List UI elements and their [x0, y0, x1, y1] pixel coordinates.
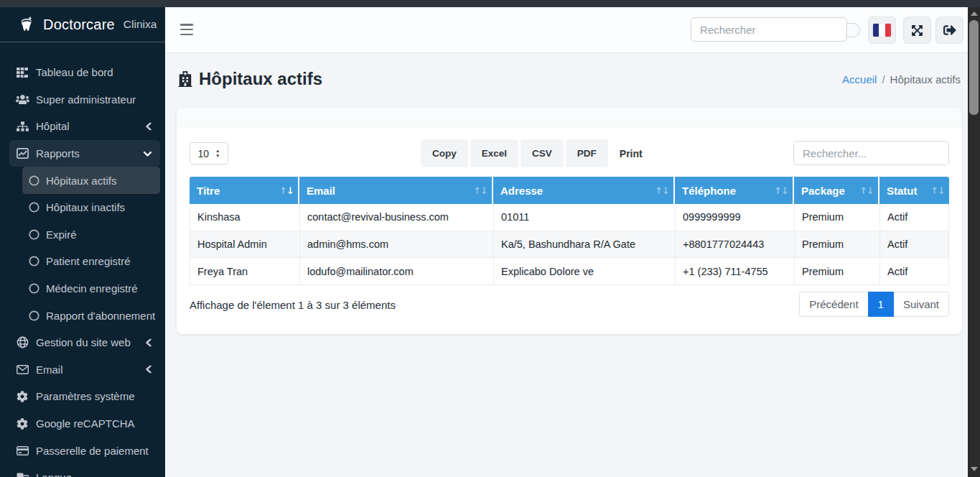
sidebar-item-label: Hôpital: [36, 120, 70, 132]
sidebar-item-label: Passerelle de paiement: [36, 445, 149, 457]
scrollbar-up-arrow[interactable]: [968, 9, 980, 19]
pagination-next[interactable]: Suivant: [894, 292, 949, 317]
sidebar-item-label: Rapport d'abonnement: [46, 310, 155, 322]
hospital-icon: [178, 71, 192, 87]
export-buttons: Copy Excel CSV PDF Print: [421, 139, 652, 167]
sidebar-item-subscription-report[interactable]: Rapport d'abonnement: [22, 302, 160, 329]
cell-package: Premium: [794, 231, 879, 259]
page-length-value: 10: [197, 148, 209, 159]
sidebar-item-payment-gateway[interactable]: Passerelle de paiement: [9, 437, 160, 464]
pagination: Précédent 1 Suivant: [799, 292, 949, 317]
page-header: Hôpitaux actifs Accueil/Hôpitaux actifs: [165, 52, 968, 89]
column-header-package[interactable]: Package↑↓: [794, 177, 879, 204]
sidebar-item-website-management[interactable]: Gestion du site web: [9, 329, 160, 356]
page-title: Hôpitaux actifs: [178, 69, 322, 89]
breadcrumb-home-link[interactable]: Accueil: [842, 73, 877, 85]
pdf-button[interactable]: PDF: [566, 139, 608, 167]
sidebar-item-dashboard[interactable]: Tableau de bord: [9, 59, 160, 86]
column-header-telephone[interactable]: Téléphone↑↓: [675, 177, 794, 204]
expand-arrows-icon: [911, 24, 923, 37]
circle-icon: [27, 256, 41, 267]
cell-adresse: Ka/5, Bashundhara R/A Gate: [493, 231, 675, 259]
table-info: Affichage de l'élement 1 à 3 sur 3 éléme…: [190, 299, 396, 311]
circle-icon: [27, 202, 41, 213]
sidebar-item-registered-patient[interactable]: Patient enregistré: [22, 248, 160, 275]
sidebar-item-label: Langue: [36, 471, 72, 477]
page-scrollbar[interactable]: [968, 7, 980, 477]
cell-adresse: Explicabo Dolore ve: [493, 258, 675, 285]
circle-icon: [27, 283, 41, 294]
circle-icon: [27, 229, 41, 240]
grid-icon: [15, 67, 29, 78]
cell-statut: Actif: [879, 258, 949, 285]
cell-statut: Actif: [879, 204, 949, 231]
breadcrumb: Accueil/Hôpitaux actifs: [842, 73, 961, 85]
main-content: Hôpitaux actifs Accueil/Hôpitaux actifs …: [165, 52, 968, 477]
column-header-adresse[interactable]: Adresse↑↓: [493, 177, 675, 204]
sidebar-item-label: Paramètres système: [36, 390, 135, 402]
sidebar-item-registered-doctor[interactable]: Médecin enregistré: [22, 275, 160, 302]
pagination-page-1[interactable]: 1: [868, 292, 894, 317]
table-row: Freya Tran lodufo@mailinator.com Explica…: [190, 258, 949, 285]
logout-button[interactable]: [935, 17, 963, 44]
sidebar-item-inactive-hospitals[interactable]: Hôpitaux inactifs: [22, 194, 160, 221]
table-search-input[interactable]: [793, 141, 949, 165]
cell-telephone: 0999999999: [675, 204, 794, 231]
cell-titre: Hospital Admin: [190, 231, 299, 259]
sidebar-item-reports[interactable]: Rapports: [9, 140, 160, 167]
table-row: Kinshasa contact@revival-business.com 01…: [190, 204, 949, 231]
sidebar-item-expired[interactable]: Expiré: [22, 221, 160, 249]
scrollbar-thumb[interactable]: [969, 20, 979, 115]
sidebar-item-active-hospitals[interactable]: Hôpitaux actifs: [22, 167, 160, 194]
column-header-statut[interactable]: Statut↑↓: [879, 177, 949, 204]
print-button[interactable]: Print: [610, 139, 652, 167]
circle-icon: [27, 310, 41, 321]
sidebar-item-language[interactable]: Langue: [9, 464, 160, 477]
sidebar-item-google-recaptcha[interactable]: Google reCAPTCHA: [9, 410, 160, 437]
sidebar-item-label: Hôpitaux inactifs: [46, 201, 125, 213]
sidebar-item-label: Rapports: [36, 147, 80, 159]
excel-button[interactable]: Excel: [470, 139, 518, 167]
page-length-select[interactable]: 10 ▲▼: [190, 142, 228, 165]
brand-suffix: Clinixa: [123, 18, 157, 31]
sort-icon: ↑↓: [279, 185, 294, 196]
sidebar-item-email[interactable]: Email: [9, 356, 160, 384]
sort-icon: ↑↓: [859, 185, 874, 196]
circle-icon: [27, 175, 41, 186]
chevron-left-icon: [145, 338, 151, 346]
cell-telephone: +1 (233) 711-4755: [675, 258, 794, 285]
sidebar-toggle-button[interactable]: [180, 24, 193, 35]
sidebar-item-label: Tableau de bord: [36, 66, 113, 78]
sidebar-item-super-admin[interactable]: Super administrateur: [9, 86, 160, 114]
language-flag-button[interactable]: [868, 17, 896, 44]
sidebar-item-label: Hôpitaux actifs: [46, 175, 116, 187]
navbar-search-input[interactable]: [691, 17, 847, 42]
breadcrumb-separator: /: [882, 73, 885, 85]
scrollbar-down-arrow[interactable]: [968, 464, 980, 474]
fullscreen-button[interactable]: [903, 17, 931, 44]
envelope-icon: [15, 365, 29, 374]
cell-telephone: +8801777024443: [675, 231, 794, 259]
column-header-titre[interactable]: Titre↑↓: [190, 177, 299, 204]
pagination-previous[interactable]: Précédent: [799, 292, 867, 317]
sidebar-item-label: Gestion du site web: [36, 336, 131, 348]
sidebar: Doctorcare Clinixa Tableau de bord Super…: [0, 7, 165, 477]
sidebar-item-label: Super administrateur: [36, 93, 136, 106]
hospitals-table: Titre↑↓ Email↑↓ Adresse↑↓ Téléphone↑↓ Pa…: [190, 177, 949, 285]
sitemap-icon: [15, 121, 29, 131]
cell-adresse: 01011: [493, 204, 675, 231]
brand-name: Doctorcare: [43, 17, 115, 33]
sort-icon: ↑↓: [655, 185, 669, 196]
column-header-email[interactable]: Email↑↓: [299, 177, 493, 204]
sidebar-item-system-settings[interactable]: Paramètres système: [9, 383, 160, 410]
copy-button[interactable]: Copy: [421, 139, 468, 167]
chevron-down-icon: [144, 150, 151, 157]
csv-button[interactable]: CSV: [521, 139, 564, 167]
cell-email: contact@revival-business.com: [299, 204, 493, 231]
table-row: Hospital Admin admin@hms.com Ka/5, Bashu…: [190, 231, 949, 259]
navbar-search: [691, 17, 867, 42]
gear-icon: [15, 418, 29, 430]
sidebar-item-hospital[interactable]: Hôpital: [9, 113, 160, 140]
sidebar-item-label: Patient enregistré: [46, 255, 131, 267]
brand[interactable]: Doctorcare Clinixa: [0, 7, 165, 42]
